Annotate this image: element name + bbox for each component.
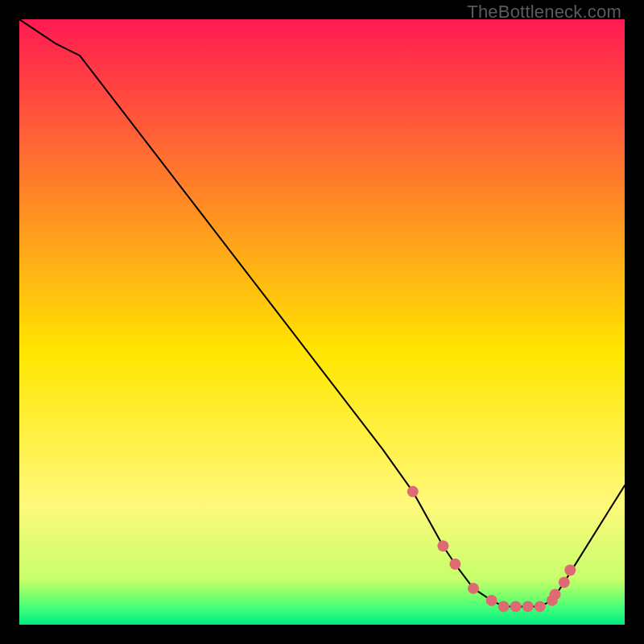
curve-marker	[522, 601, 534, 612]
curve-marker	[486, 595, 497, 606]
curve-marker	[468, 583, 479, 594]
curve-marker	[559, 576, 570, 588]
curve-marker	[407, 486, 419, 497]
curve-marker	[437, 540, 448, 551]
curve-marker	[498, 601, 510, 612]
curve-marker	[535, 601, 546, 612]
chart-frame	[19, 19, 625, 625]
watermark-label: TheBottleneck.com	[467, 2, 621, 23]
curve-marker	[564, 564, 576, 576]
gradient-background	[19, 19, 625, 625]
curve-marker	[449, 559, 460, 570]
curve-marker	[550, 588, 561, 600]
curve-marker	[510, 601, 522, 612]
bottleneck-chart	[19, 19, 625, 625]
